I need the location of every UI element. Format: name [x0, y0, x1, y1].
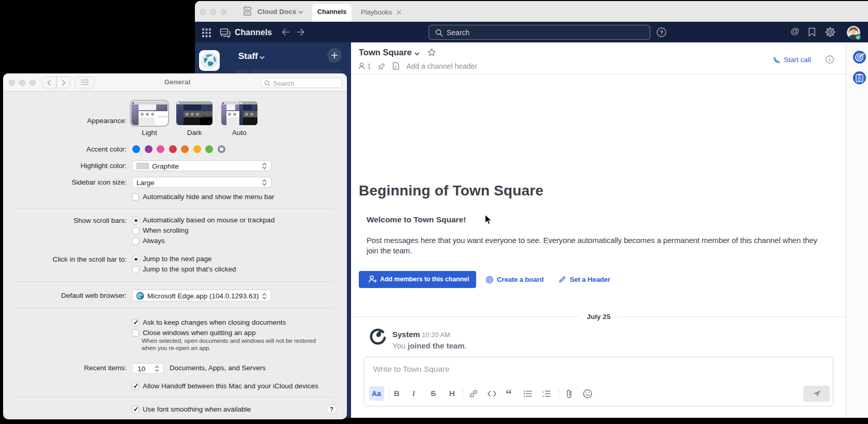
svg-text:1: 1 [542, 390, 544, 393]
svg-text:?: ? [660, 29, 663, 36]
svg-text:2: 2 [542, 395, 544, 397]
